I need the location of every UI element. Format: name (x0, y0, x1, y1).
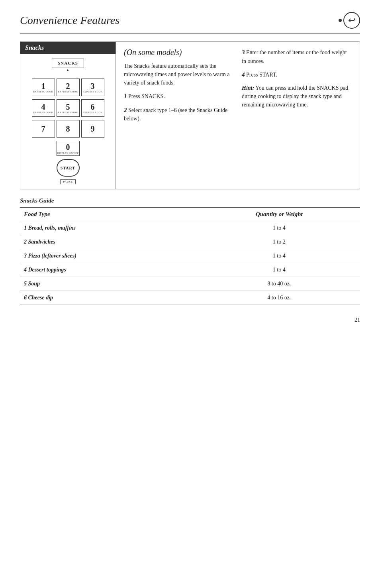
col-quantity: Quantity or Weight (198, 208, 360, 221)
key-5[interactable]: 5 EXPRESS COOK (57, 99, 80, 117)
snacks-guide-table: Food Type Quantity or Weight 1 Bread, ro… (20, 207, 360, 305)
page-number: 21 (20, 317, 360, 323)
key-3[interactable]: 3 EXPRESS COOK (81, 79, 104, 96)
quantity-cell: 1 to 2 (198, 235, 360, 249)
step-1: 1 Press SNACKS. (124, 92, 234, 101)
start-button[interactable]: START (57, 159, 80, 177)
key-2[interactable]: 2 EXPRESS COOK (57, 79, 80, 96)
keypad-row-1: 1 EXPRESS COOK 2 EXPRESS COOK 3 EXPRESS … (32, 79, 104, 96)
table-row: 1 Bread, rolls, muffins 1 to 4 (20, 221, 360, 235)
snacks-button[interactable]: SNACKS (52, 59, 84, 67)
snacks-right-panel: (On some models) The Snacks feature auto… (116, 42, 360, 189)
table-row: 2 Sandwiches 1 to 2 (20, 235, 360, 249)
table-row: 3 Pizza (leftover slices) 1 to 4 (20, 249, 360, 263)
key-4[interactable]: 4 EXPRESS COOK (32, 99, 55, 117)
food-type-cell: 2 Sandwiches (20, 235, 198, 249)
keypad: SNACKS 1 EXPRESS COOK 2 EXPRESS COOK 3 E… (20, 54, 116, 189)
quantity-cell: 1 to 4 (198, 263, 360, 277)
hint-text: Hint: You can press and hold the SNACKS … (242, 84, 352, 109)
key-8[interactable]: 8 (57, 120, 80, 138)
snacks-steps-col: 3 Enter the number of items or the food … (242, 42, 360, 189)
food-type-cell: 5 Soup (20, 277, 198, 291)
page-header: Convenience Features ↩ (20, 12, 360, 33)
food-type-cell: 3 Pizza (leftover slices) (20, 249, 198, 263)
food-type-cell: 6 Cheese dip (20, 291, 198, 305)
table-row: 4 Dessert toppings 1 to 4 (20, 263, 360, 277)
key-6[interactable]: 6 EXPRESS COOK (81, 99, 104, 117)
keypad-row-0: 0 DISPLAY ON/OFF (57, 141, 80, 156)
snacks-description-col: (On some models) The Snacks feature auto… (116, 42, 242, 189)
snacks-guide-title: Snacks Guide (20, 197, 360, 204)
step-3: 3 Enter the number of items or the food … (242, 48, 352, 65)
snacks-section: Snacks SNACKS 1 EXPRESS COOK 2 EXPRESS C… (20, 41, 360, 189)
step-4: 4 Press START. (242, 70, 352, 79)
table-row: 5 Soup 8 to 40 oz. (20, 277, 360, 291)
food-type-cell: 4 Dessert toppings (20, 263, 198, 277)
col-food-type: Food Type (20, 208, 198, 221)
food-type-cell: 1 Bread, rolls, muffins (20, 221, 198, 235)
key-1[interactable]: 1 EXPRESS COOK (32, 79, 55, 96)
keypad-row-2: 4 EXPRESS COOK 5 EXPRESS COOK 6 EXPRESS … (32, 99, 104, 117)
page-title: Convenience Features (20, 14, 119, 27)
header-icon-symbol: ↩ (348, 15, 355, 26)
pause-button[interactable]: PAUSE (60, 179, 75, 184)
snacks-section-label: Snacks (20, 42, 116, 54)
quantity-cell: 4 to 16 oz. (198, 291, 360, 305)
on-some-models-heading: (On some models) (124, 48, 234, 57)
step-2: 2 Select snack type 1–6 (see the Snacks … (124, 106, 234, 123)
snacks-guide-section: Snacks Guide Food Type Quantity or Weigh… (20, 197, 360, 305)
table-row: 6 Cheese dip 4 to 16 oz. (20, 291, 360, 305)
keypad-row-3: 7 8 9 (32, 120, 104, 138)
snacks-left-panel: Snacks SNACKS 1 EXPRESS COOK 2 EXPRESS C… (20, 42, 116, 189)
quantity-cell: 1 to 4 (198, 249, 360, 263)
key-9[interactable]: 9 (81, 120, 104, 138)
key-7[interactable]: 7 (32, 120, 55, 138)
description-text: The Snacks feature automatically sets th… (124, 62, 234, 87)
quantity-cell: 8 to 40 oz. (198, 277, 360, 291)
header-icon: ↩ (343, 12, 360, 29)
quantity-cell: 1 to 4 (198, 221, 360, 235)
key-0[interactable]: 0 DISPLAY ON/OFF (57, 141, 80, 156)
